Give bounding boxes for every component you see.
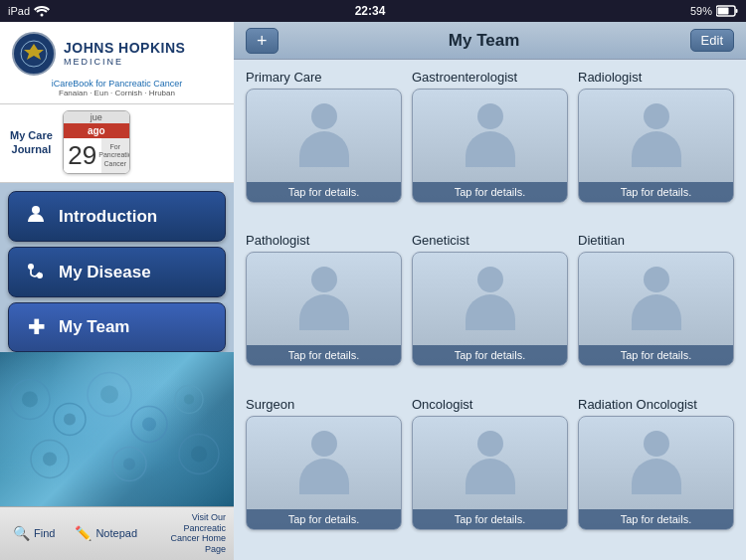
svg-point-0 (41, 14, 44, 17)
tap-label: Tap for details. (247, 345, 401, 365)
status-time: 22:34 (355, 4, 386, 18)
avatar-head (644, 431, 669, 457)
team-card-box[interactable]: Tap for details. (578, 416, 734, 530)
add-button[interactable]: + (246, 28, 279, 54)
team-card-box[interactable]: Tap for details. (578, 89, 734, 203)
svg-rect-2 (735, 9, 737, 13)
battery-icon (716, 5, 738, 17)
sidebar: JOHNS HOPKINS MEDICINE iCareBook for Pan… (0, 22, 234, 560)
team-card-box[interactable]: Tap for details. (246, 252, 402, 366)
find-button[interactable]: 🔍 Find (8, 522, 60, 544)
cancer-home-link[interactable]: Visit Our PancreaticCancer Home Page (152, 512, 226, 555)
my-care-label: My CareJournal (10, 128, 53, 157)
team-card-title: Radiation Oncologist (578, 397, 734, 412)
avatar-silhouette (629, 103, 683, 168)
avatar-silhouette (463, 267, 517, 331)
svg-point-9 (22, 391, 38, 407)
svg-point-6 (32, 206, 40, 214)
avatar-body (632, 131, 681, 167)
avatar-silhouette (629, 267, 683, 331)
avatar-silhouette (463, 431, 517, 495)
team-card-box[interactable]: Tap for details. (578, 252, 734, 366)
avatar-body (466, 294, 515, 330)
team-card-box[interactable]: Tap for details. (246, 416, 402, 530)
team-card-box[interactable]: Tap for details. (412, 252, 568, 366)
avatar-body (466, 131, 515, 167)
introduction-label: Introduction (59, 207, 157, 227)
microscope-image (0, 352, 234, 506)
avatar-body (299, 294, 349, 330)
sidebar-item-introduction[interactable]: Introduction (8, 191, 226, 242)
avatar-head (311, 267, 337, 292)
svg-point-19 (43, 452, 57, 466)
team-card-title: Oncologist (412, 397, 568, 412)
cal-weekday: jue (64, 111, 129, 123)
device-label: iPad (8, 5, 30, 17)
team-card-pathologist[interactable]: Pathologist Tap for details. (246, 233, 402, 386)
svg-point-11 (64, 413, 76, 425)
avatar-body (299, 131, 349, 167)
team-card-title: Geneticist (412, 233, 568, 248)
sidebar-item-disease[interactable]: My Disease (8, 247, 226, 297)
avatar (247, 253, 401, 345)
avatar-silhouette (463, 103, 517, 168)
wifi-icon (34, 5, 50, 17)
team-card-box[interactable]: Tap for details. (412, 416, 568, 530)
cal-month: ago (64, 123, 129, 138)
search-icon: 🔍 (13, 525, 30, 541)
team-card-title: Pathologist (246, 233, 402, 248)
battery-label: 59% (690, 5, 712, 17)
main-content: + My Team Edit Primary Care Tap for deta… (234, 22, 746, 560)
avatar-body (299, 459, 349, 494)
team-card-surgeon[interactable]: Surgeon Tap for details. (246, 397, 402, 550)
calendar-area: My CareJournal jue ago 29 ForPancreaticC… (0, 104, 234, 183)
avatar-silhouette (629, 431, 683, 495)
avatar-body (632, 294, 681, 330)
team-card-radiologist[interactable]: Radiologist Tap for details. (578, 70, 734, 223)
avatar-body (632, 459, 681, 494)
team-card-dietitian[interactable]: Dietitian Tap for details. (578, 233, 734, 386)
bottom-toolbar: 🔍 Find ✏️ Notepad Visit Our PancreaticCa… (0, 506, 234, 560)
svg-point-13 (100, 385, 118, 403)
team-card-geneticist[interactable]: Geneticist Tap for details. (412, 233, 568, 386)
avatar (579, 90, 733, 182)
avatar (579, 417, 733, 509)
app-container: JOHNS HOPKINS MEDICINE iCareBook for Pan… (0, 22, 746, 560)
team-card-primary-care[interactable]: Primary Care Tap for details. (246, 70, 402, 223)
team-grid: Primary Care Tap for details. Gastroente… (234, 60, 746, 560)
logo-authors: Fanaian · Eun · Cornish · Hruban (12, 89, 222, 97)
status-left: iPad (8, 5, 50, 17)
disease-label: My Disease (59, 263, 151, 282)
calendar-widget[interactable]: jue ago 29 ForPancreaticCancer (63, 110, 130, 174)
status-bar: iPad 22:34 59% (0, 0, 746, 22)
svg-point-17 (184, 394, 194, 404)
avatar-silhouette (296, 103, 351, 168)
avatar-silhouette (296, 267, 351, 331)
tap-label: Tap for details. (413, 509, 567, 529)
avatar-head (477, 431, 503, 457)
team-card-box[interactable]: Tap for details. (246, 89, 402, 203)
notepad-button[interactable]: ✏️ Notepad (70, 522, 142, 544)
edit-button[interactable]: Edit (690, 29, 734, 52)
cal-day: 29 (64, 138, 101, 173)
team-card-box[interactable]: Tap for details. (412, 89, 568, 203)
avatar-head (311, 431, 337, 457)
team-label: My Team (59, 317, 130, 337)
team-card-radiation-oncologist[interactable]: Radiation Oncologist Tap for details. (578, 397, 734, 550)
sidebar-item-team[interactable]: ✚ My Team (8, 302, 226, 352)
tap-label: Tap for details. (413, 345, 567, 365)
team-card-title: Primary Care (246, 70, 402, 85)
logo-book: iCareBook for Pancreatic Cancer (12, 79, 222, 89)
avatar-head (477, 267, 503, 292)
main-header: + My Team Edit (234, 22, 746, 60)
status-right: 59% (690, 5, 738, 17)
avatar-head (644, 103, 669, 129)
avatar (413, 253, 567, 345)
team-card-gastroenterologist[interactable]: Gastroenterologist Tap for details. (412, 70, 568, 223)
avatar-head (477, 103, 503, 129)
tap-label: Tap for details. (247, 182, 401, 202)
tap-label: Tap for details. (579, 345, 733, 365)
team-card-title: Surgeon (246, 397, 402, 412)
main-title: My Team (279, 31, 690, 51)
team-card-oncologist[interactable]: Oncologist Tap for details. (412, 397, 568, 550)
